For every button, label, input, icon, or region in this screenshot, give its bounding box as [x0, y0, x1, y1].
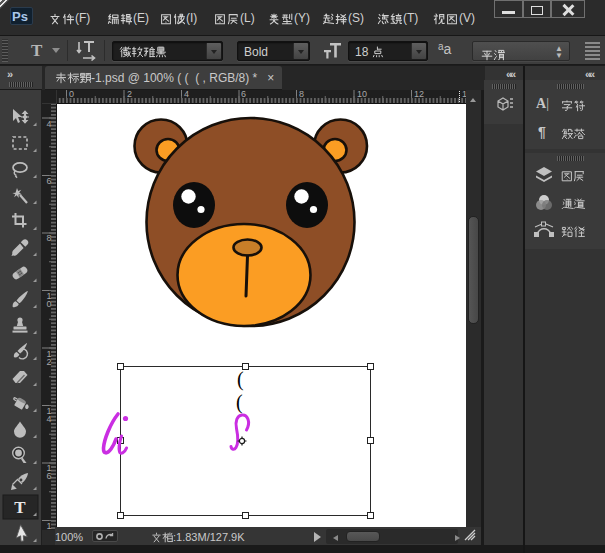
- svg-text:T: T: [14, 498, 26, 517]
